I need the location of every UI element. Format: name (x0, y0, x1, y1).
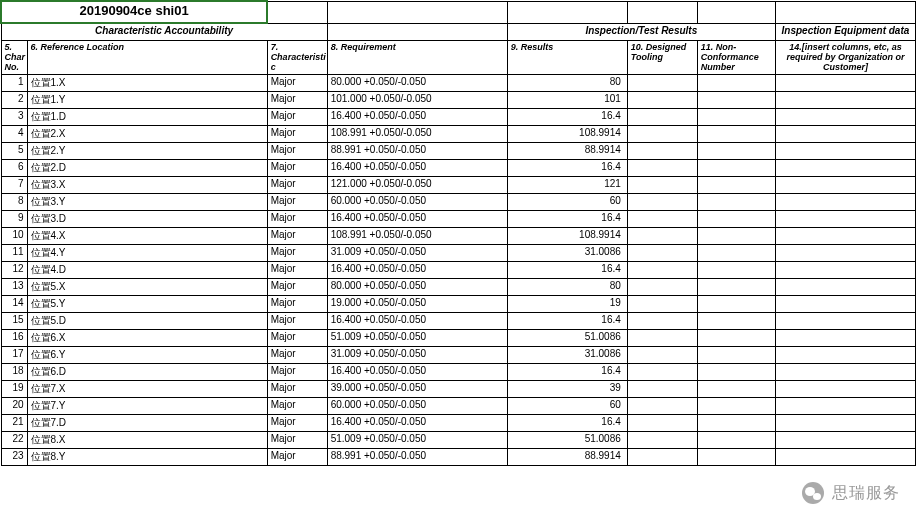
cell-characteristic[interactable]: Major (267, 159, 327, 176)
cell-designed-tooling[interactable] (627, 210, 697, 227)
cell-characteristic[interactable]: Major (267, 176, 327, 193)
cell-equipment[interactable] (775, 295, 915, 312)
cell-characteristic[interactable]: Major (267, 312, 327, 329)
cell-requirement[interactable]: 51.009 +0.050/-0.050 (327, 431, 507, 448)
cell-ref-loc[interactable]: 位置5.Y (27, 295, 267, 312)
empty-cell[interactable] (775, 1, 915, 23)
cell-results[interactable]: 108.9914 (507, 227, 627, 244)
cell-requirement[interactable]: 16.400 +0.050/-0.050 (327, 210, 507, 227)
cell-results[interactable]: 16.4 (507, 363, 627, 380)
cell-equipment[interactable] (775, 261, 915, 278)
cell-ref-loc[interactable]: 位置2.D (27, 159, 267, 176)
cell-ref-loc[interactable]: 位置2.X (27, 125, 267, 142)
cell-char-no[interactable]: 9 (1, 210, 27, 227)
cell-results[interactable]: 51.0086 (507, 431, 627, 448)
cell-results[interactable]: 80 (507, 74, 627, 91)
cell-char-no[interactable]: 4 (1, 125, 27, 142)
cell-nonconf[interactable] (697, 176, 775, 193)
cell-characteristic[interactable]: Major (267, 295, 327, 312)
cell-nonconf[interactable] (697, 329, 775, 346)
cell-char-no[interactable]: 8 (1, 193, 27, 210)
cell-nonconf[interactable] (697, 414, 775, 431)
cell-ref-loc[interactable]: 位置6.D (27, 363, 267, 380)
cell-nonconf[interactable] (697, 159, 775, 176)
cell-designed-tooling[interactable] (627, 176, 697, 193)
cell-requirement[interactable]: 88.991 +0.050/-0.050 (327, 448, 507, 465)
cell-results[interactable]: 16.4 (507, 210, 627, 227)
cell-characteristic[interactable]: Major (267, 91, 327, 108)
cell-ref-loc[interactable]: 位置3.D (27, 210, 267, 227)
cell-requirement[interactable]: 51.009 +0.050/-0.050 (327, 329, 507, 346)
empty-cell[interactable] (507, 1, 627, 23)
cell-equipment[interactable] (775, 312, 915, 329)
cell-char-no[interactable]: 2 (1, 91, 27, 108)
cell-char-no[interactable]: 7 (1, 176, 27, 193)
cell-equipment[interactable] (775, 397, 915, 414)
cell-char-no[interactable]: 18 (1, 363, 27, 380)
cell-requirement[interactable]: 108.991 +0.050/-0.050 (327, 125, 507, 142)
cell-designed-tooling[interactable] (627, 193, 697, 210)
cell-characteristic[interactable]: Major (267, 329, 327, 346)
cell-char-no[interactable]: 14 (1, 295, 27, 312)
cell-ref-loc[interactable]: 位置8.X (27, 431, 267, 448)
cell-characteristic[interactable]: Major (267, 74, 327, 91)
cell-requirement[interactable]: 101.000 +0.050/-0.050 (327, 91, 507, 108)
cell-designed-tooling[interactable] (627, 125, 697, 142)
cell-nonconf[interactable] (697, 380, 775, 397)
cell-ref-loc[interactable]: 位置1.D (27, 108, 267, 125)
cell-results[interactable]: 16.4 (507, 108, 627, 125)
cell-char-no[interactable]: 13 (1, 278, 27, 295)
cell-requirement[interactable]: 16.400 +0.050/-0.050 (327, 312, 507, 329)
cell-equipment[interactable] (775, 210, 915, 227)
cell-equipment[interactable] (775, 74, 915, 91)
cell-designed-tooling[interactable] (627, 74, 697, 91)
cell-designed-tooling[interactable] (627, 244, 697, 261)
cell-characteristic[interactable]: Major (267, 108, 327, 125)
cell-ref-loc[interactable]: 位置1.Y (27, 91, 267, 108)
cell-results[interactable]: 19 (507, 295, 627, 312)
cell-equipment[interactable] (775, 193, 915, 210)
cell-nonconf[interactable] (697, 431, 775, 448)
cell-characteristic[interactable]: Major (267, 414, 327, 431)
cell-equipment[interactable] (775, 176, 915, 193)
cell-char-no[interactable]: 10 (1, 227, 27, 244)
cell-char-no[interactable]: 3 (1, 108, 27, 125)
cell-designed-tooling[interactable] (627, 346, 697, 363)
cell-ref-loc[interactable]: 位置5.D (27, 312, 267, 329)
cell-ref-loc[interactable]: 位置3.X (27, 176, 267, 193)
cell-requirement[interactable]: 16.400 +0.050/-0.050 (327, 159, 507, 176)
cell-designed-tooling[interactable] (627, 312, 697, 329)
cell-nonconf[interactable] (697, 397, 775, 414)
cell-ref-loc[interactable]: 位置5.X (27, 278, 267, 295)
cell-equipment[interactable] (775, 91, 915, 108)
cell-char-no[interactable]: 6 (1, 159, 27, 176)
cell-equipment[interactable] (775, 380, 915, 397)
cell-nonconf[interactable] (697, 295, 775, 312)
cell-equipment[interactable] (775, 448, 915, 465)
cell-nonconf[interactable] (697, 125, 775, 142)
cell-characteristic[interactable]: Major (267, 210, 327, 227)
cell-char-no[interactable]: 21 (1, 414, 27, 431)
cell-char-no[interactable]: 12 (1, 261, 27, 278)
cell-ref-loc[interactable]: 位置1.X (27, 74, 267, 91)
cell-requirement[interactable]: 16.400 +0.050/-0.050 (327, 363, 507, 380)
cell-characteristic[interactable]: Major (267, 261, 327, 278)
sheet-title-cell[interactable]: 20190904ce shi01 (1, 1, 267, 23)
cell-results[interactable]: 60 (507, 397, 627, 414)
cell-results[interactable]: 80 (507, 278, 627, 295)
cell-characteristic[interactable]: Major (267, 142, 327, 159)
cell-designed-tooling[interactable] (627, 380, 697, 397)
cell-requirement[interactable]: 39.000 +0.050/-0.050 (327, 380, 507, 397)
cell-requirement[interactable]: 121.000 +0.050/-0.050 (327, 176, 507, 193)
cell-ref-loc[interactable]: 位置7.X (27, 380, 267, 397)
cell-ref-loc[interactable]: 位置2.Y (27, 142, 267, 159)
cell-char-no[interactable]: 5 (1, 142, 27, 159)
cell-equipment[interactable] (775, 278, 915, 295)
cell-designed-tooling[interactable] (627, 363, 697, 380)
empty-cell[interactable] (327, 1, 507, 23)
cell-characteristic[interactable]: Major (267, 193, 327, 210)
cell-characteristic[interactable]: Major (267, 125, 327, 142)
cell-designed-tooling[interactable] (627, 227, 697, 244)
cell-char-no[interactable]: 17 (1, 346, 27, 363)
cell-nonconf[interactable] (697, 193, 775, 210)
